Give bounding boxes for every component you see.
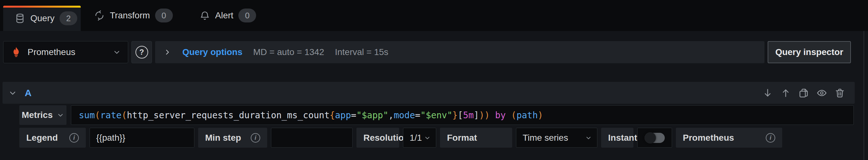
- editor-tab-bar: Query 2 Transform 0 Alert: [0, 0, 868, 31]
- query-ref-id: A: [25, 88, 32, 98]
- tab-transform-count-badge: 0: [155, 8, 173, 23]
- datasource-help-button[interactable]: ?: [131, 41, 152, 63]
- query-options-bar: Query options MD = auto = 1342 Interval …: [155, 41, 765, 63]
- chevron-down-icon: [585, 134, 592, 141]
- query-row-actions: [762, 88, 845, 98]
- exemplars-label-box: Prometheus i: [676, 128, 782, 148]
- question-circle-icon: ?: [135, 46, 148, 59]
- chevron-down-icon: [424, 134, 431, 141]
- chevron-down-icon: [113, 48, 121, 56]
- tab-query-count-badge: 2: [60, 11, 77, 25]
- bell-icon: [199, 10, 210, 21]
- info-circle-icon[interactable]: i: [69, 133, 79, 142]
- info-circle-icon[interactable]: i: [766, 133, 775, 142]
- promql-expression-text: sum(rate(http_server_requests_duration_m…: [79, 110, 543, 121]
- tab-query[interactable]: Query 2: [3, 6, 81, 31]
- interval-summary: Interval = 15s: [335, 47, 389, 57]
- query-editor-line: Metrics sum(rate(http_server_requests_du…: [19, 105, 854, 125]
- resolution-select[interactable]: 1/1: [403, 128, 436, 148]
- legend-label: Legend: [26, 133, 58, 143]
- move-query-up-icon[interactable]: [780, 88, 791, 98]
- min-step-input-box: [271, 128, 353, 148]
- instant-label: Instant: [608, 133, 637, 143]
- resolution-label: Resolution: [364, 133, 409, 143]
- promql-expression-input[interactable]: sum(rate(http_server_requests_duration_m…: [71, 105, 854, 125]
- metrics-dropdown-label: Metrics: [22, 110, 53, 120]
- chevron-right-icon[interactable]: [163, 48, 172, 56]
- query-inspector-button[interactable]: Query inspector: [768, 41, 851, 63]
- collapse-chevron-down-icon[interactable]: [8, 89, 17, 97]
- format-label-box: Format: [440, 128, 512, 148]
- exemplars-label: Prometheus: [683, 133, 734, 143]
- disable-query-eye-icon[interactable]: [816, 88, 827, 98]
- instant-toggle-box: [637, 128, 672, 148]
- resolution-value: 1/1: [410, 133, 422, 143]
- datasource-row: Prometheus ? Query options MD = auto = 1…: [3, 41, 851, 63]
- move-query-down-icon[interactable]: [762, 88, 773, 98]
- info-circle-icon[interactable]: i: [251, 133, 260, 142]
- toggle-knob: [645, 132, 656, 143]
- legend-label-box: Legend i: [19, 128, 86, 148]
- tab-alert[interactable]: Alert 0: [186, 0, 270, 31]
- legend-input-box: [90, 128, 194, 148]
- transform-icon: [94, 10, 105, 21]
- grafana-query-editor: Query 2 Transform 0 Alert: [0, 0, 868, 160]
- instant-toggle-switch[interactable]: [645, 133, 665, 143]
- tab-query-label: Query: [30, 13, 55, 23]
- legend-input[interactable]: [90, 128, 194, 147]
- database-icon: [14, 13, 25, 24]
- query-options-row: Legend i Min step i Resolution 1/1 Forma…: [19, 128, 782, 148]
- tab-transform-label: Transform: [110, 10, 150, 21]
- format-label: Format: [447, 133, 477, 143]
- resolution-label-box: Resolution: [356, 128, 399, 148]
- panel-edge-divider: [864, 31, 864, 160]
- format-select[interactable]: Time series: [516, 128, 597, 148]
- query-inspector-label: Query inspector: [775, 47, 843, 57]
- query-options-toggle[interactable]: Query options: [182, 47, 243, 57]
- tab-alert-count-badge: 0: [238, 8, 256, 23]
- metrics-dropdown[interactable]: Metrics: [19, 105, 66, 125]
- tab-alert-label: Alert: [215, 10, 234, 21]
- format-value: Time series: [523, 133, 568, 143]
- tab-transform[interactable]: Transform 0: [81, 0, 186, 31]
- min-step-label: Min step: [205, 133, 241, 143]
- min-step-label-box: Min step i: [198, 128, 267, 148]
- min-step-input[interactable]: [271, 128, 352, 147]
- datasource-picker[interactable]: Prometheus: [3, 41, 128, 63]
- remove-query-trash-icon[interactable]: [834, 88, 845, 98]
- chevron-down-icon: [57, 111, 64, 119]
- query-row-header[interactable]: A: [3, 82, 855, 104]
- instant-label-box: Instant: [601, 128, 633, 148]
- max-data-points-summary: MD = auto = 1342: [253, 47, 324, 57]
- duplicate-query-copy-icon[interactable]: [798, 88, 809, 98]
- prometheus-flame-icon: [10, 46, 22, 58]
- datasource-selected-label: Prometheus: [28, 47, 107, 57]
